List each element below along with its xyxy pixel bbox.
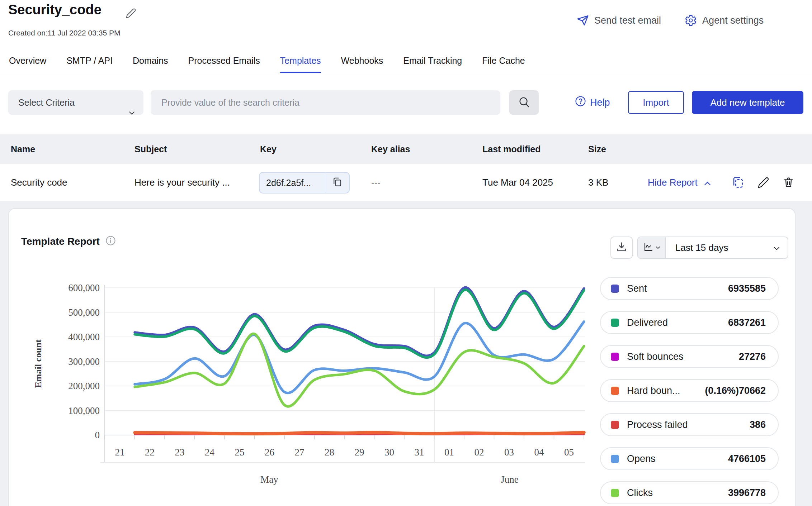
template-report-card: Template Report Last 15 days [8, 208, 796, 506]
agent-settings-button[interactable]: Agent settings [685, 14, 764, 27]
tab-processed-emails[interactable]: Processed Emails [188, 54, 260, 73]
date-range-select[interactable]: Last 15 days [666, 237, 788, 258]
svg-text:24: 24 [205, 447, 215, 458]
help-link[interactable]: Help [575, 90, 610, 115]
svg-text:26: 26 [265, 447, 274, 458]
magnifier-icon [518, 96, 530, 109]
import-button[interactable]: Import [628, 91, 684, 114]
svg-text:05: 05 [564, 447, 574, 458]
tab-smtp-api[interactable]: SMTP / API [66, 54, 113, 73]
chevron-down-icon [656, 244, 660, 251]
tab-overview[interactable]: Overview [9, 54, 46, 73]
svg-text:200,000: 200,000 [68, 381, 100, 391]
help-label: Help [590, 97, 610, 108]
svg-text:21: 21 [115, 447, 125, 458]
svg-text:29: 29 [355, 447, 364, 458]
gear-icon [685, 14, 697, 27]
legend-swatch-icon [611, 353, 619, 361]
svg-text:25: 25 [235, 447, 245, 458]
tab-bar: Overview SMTP / API Domains Processed Em… [0, 54, 812, 73]
criteria-select-value: Select Criteria [18, 97, 75, 108]
line-chart-icon [643, 242, 654, 254]
template-key-value: 2d6f.2a5f... [260, 178, 325, 188]
svg-text:28: 28 [325, 447, 334, 458]
table-row: Security code Here is your security ... … [0, 164, 812, 202]
svg-text:02: 02 [475, 447, 484, 458]
edit-title-pencil-icon[interactable] [126, 8, 136, 19]
legend-value: 6837261 [728, 317, 766, 328]
legend-label: Soft bounces [627, 351, 684, 362]
tab-webhooks[interactable]: Webhooks [341, 54, 383, 73]
legend-value: 4766105 [728, 453, 766, 464]
report-title: Template Report [21, 236, 100, 247]
copy-key-button[interactable] [325, 173, 349, 193]
svg-text:100,000: 100,000 [68, 405, 100, 416]
tab-templates[interactable]: Templates [280, 54, 321, 73]
page: Security_code Created on:11 Jul 2022 03:… [0, 0, 812, 506]
duplicate-template-icon[interactable] [732, 176, 745, 190]
svg-text:400,000: 400,000 [68, 331, 100, 342]
legend-value: 6935585 [728, 283, 766, 294]
legend-swatch-icon [611, 455, 619, 463]
column-header-name: Name [11, 134, 35, 164]
legend-item-hard-boun[interactable]: Hard boun...(0.16%)70662 [600, 379, 779, 402]
svg-text:27: 27 [295, 447, 304, 458]
svg-text:22: 22 [145, 447, 155, 458]
svg-text:600,000: 600,000 [68, 282, 100, 293]
chevron-down-icon [129, 100, 135, 124]
cell-key-alias: --- [371, 164, 381, 201]
add-new-template-button[interactable]: Add new template [692, 91, 803, 114]
legend-item-sent[interactable]: Sent6935585 [600, 277, 779, 300]
page-title: Security_code [8, 2, 102, 18]
svg-text:0: 0 [95, 430, 100, 440]
svg-text:23: 23 [175, 447, 185, 458]
svg-text:03: 03 [504, 447, 514, 458]
tab-email-tracking[interactable]: Email Tracking [403, 54, 462, 73]
hide-report-link[interactable]: Hide Report [648, 164, 711, 201]
legend-value: 27276 [739, 351, 766, 362]
legend-swatch-icon [611, 387, 619, 395]
legend-swatch-icon [611, 421, 619, 429]
legend-item-process-failed[interactable]: Process failed386 [600, 413, 779, 436]
criteria-select[interactable]: Select Criteria [8, 90, 143, 115]
column-header-key-alias: Key alias [371, 134, 410, 164]
svg-text:31: 31 [415, 447, 424, 458]
legend-item-opens[interactable]: Opens4766105 [600, 447, 779, 470]
send-test-email-label: Send test email [594, 15, 661, 26]
svg-text:30: 30 [384, 447, 394, 458]
delete-template-icon[interactable] [783, 176, 794, 190]
legend-label: Delivered [627, 317, 668, 328]
search-button[interactable] [509, 90, 539, 115]
legend-label: Hard boun... [627, 385, 680, 396]
question-circle-icon [575, 96, 586, 109]
legend-swatch-icon [611, 489, 619, 497]
edit-template-icon[interactable] [757, 177, 769, 190]
legend-label: Opens [627, 453, 656, 464]
legend-item-delivered[interactable]: Delivered6837261 [600, 311, 779, 334]
column-header-subject: Subject [134, 134, 167, 164]
legend-item-soft-bounces[interactable]: Soft bounces27276 [600, 345, 779, 368]
tab-domains[interactable]: Domains [133, 54, 168, 73]
chart-type-select[interactable] [638, 237, 666, 258]
legend-label: Process failed [627, 419, 688, 430]
legend-item-clicks[interactable]: Clicks3996778 [600, 481, 779, 504]
download-report-button[interactable] [610, 237, 633, 259]
column-header-last-modified: Last modified [482, 134, 541, 164]
cell-last-modified: Tue Mar 04 2025 [482, 164, 553, 201]
info-circle-icon[interactable] [105, 235, 116, 247]
tab-file-cache[interactable]: File Cache [482, 54, 525, 73]
legend-swatch-icon [611, 285, 619, 293]
legend-label: Sent [627, 283, 647, 294]
svg-text:May: May [260, 474, 278, 485]
svg-text:300,000: 300,000 [68, 356, 100, 367]
column-header-key: Key [260, 134, 277, 164]
send-test-email-button[interactable]: Send test email [577, 14, 661, 27]
search-row: Select Criteria Help Import Add new temp… [8, 90, 804, 115]
legend-value: 386 [750, 419, 766, 430]
legend-swatch-icon [611, 319, 619, 327]
legend-value: 3996778 [728, 487, 766, 498]
template-key-chip: 2d6f.2a5f... [259, 172, 350, 194]
header-actions: Send test email Agent settings [577, 14, 764, 27]
svg-text:June: June [501, 474, 519, 485]
search-input[interactable] [151, 90, 500, 115]
